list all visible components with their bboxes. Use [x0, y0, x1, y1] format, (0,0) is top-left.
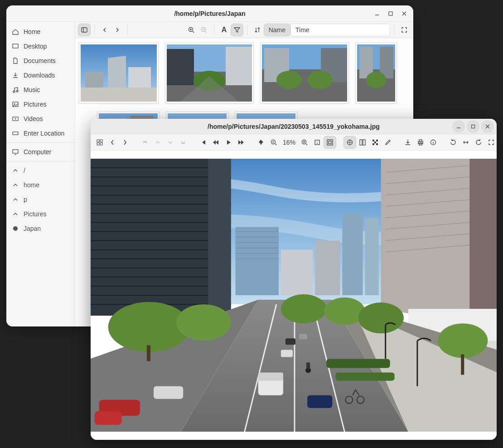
thumbnail[interactable]: [355, 43, 397, 103]
zoom-percentage: 16%: [280, 139, 298, 146]
sidebar-item-pictures[interactable]: Pictures: [6, 97, 75, 112]
svg-rect-91: [342, 213, 363, 295]
text-style-button[interactable]: A: [218, 24, 231, 36]
zoom-in-button[interactable]: [298, 136, 311, 149]
sidebar-item-label: Music: [24, 86, 40, 93]
displayed-image: [91, 159, 497, 432]
last-folder-button[interactable]: [177, 136, 189, 149]
prev-image-button[interactable]: [106, 136, 119, 149]
sidebar-item-videos[interactable]: Videos: [6, 112, 75, 126]
sidebar-item-enter-location[interactable]: Enter Location: [6, 126, 75, 141]
minimize-button[interactable]: [371, 7, 383, 20]
sidebar-item-downloads[interactable]: Downloads: [6, 68, 75, 83]
minimize-button[interactable]: [452, 120, 465, 133]
slideshow-next-button[interactable]: [235, 136, 247, 149]
svg-rect-19: [167, 49, 194, 85]
info-button[interactable]: [427, 136, 440, 149]
breadcrumb-label: Pictures: [24, 210, 47, 218]
documents-icon: [12, 57, 19, 64]
transparency-grid-button[interactable]: [369, 136, 382, 149]
rotate-right-button[interactable]: [472, 136, 485, 149]
sidebar-item-desktop[interactable]: Desktop: [6, 39, 75, 54]
toggle-sidebar-button[interactable]: [78, 24, 91, 36]
sort-direction-button[interactable]: [251, 24, 264, 36]
zoom-in-button[interactable]: [185, 24, 198, 36]
fullscreen-button[interactable]: [398, 24, 411, 36]
svg-rect-89: [281, 250, 313, 295]
svg-rect-8: [13, 150, 18, 153]
sort-by-name-button[interactable]: Name: [264, 24, 290, 36]
svg-rect-121: [95, 411, 122, 425]
edit-button[interactable]: [382, 136, 394, 149]
music-icon: [12, 86, 19, 93]
breadcrumb-current[interactable]: Japan: [6, 221, 75, 236]
sidebar-item-music[interactable]: Music: [6, 83, 75, 97]
thumbnail-view-button[interactable]: [93, 136, 106, 149]
svg-point-28: [307, 71, 333, 89]
svg-rect-54: [372, 140, 374, 141]
close-button[interactable]: [398, 7, 411, 20]
pin-button[interactable]: [255, 136, 267, 149]
svg-rect-9: [82, 28, 87, 32]
breadcrumb-pictures[interactable]: Pictures: [6, 207, 75, 221]
maximize-button[interactable]: [384, 7, 397, 20]
svg-point-2: [13, 91, 15, 93]
svg-rect-114: [147, 345, 150, 361]
up-folder-button[interactable]: [151, 136, 164, 149]
svg-rect-126: [285, 338, 295, 345]
slideshow-play-button[interactable]: [222, 136, 235, 149]
zoom-fit-button[interactable]: [324, 136, 336, 149]
svg-rect-43: [97, 143, 99, 145]
svg-rect-1: [13, 44, 18, 48]
imageviewer-window: /home/p/Pictures/Japan/20230503_145519_y…: [91, 119, 497, 440]
slideshow-prev-button[interactable]: [209, 136, 222, 149]
zoom-out-button[interactable]: [267, 136, 280, 149]
maximize-button[interactable]: [467, 120, 479, 133]
photo-thumbnail: [262, 44, 347, 102]
image-viewport[interactable]: [91, 151, 497, 440]
breadcrumb-label: home: [24, 181, 39, 189]
zoom-actual-button[interactable]: 1: [311, 136, 324, 149]
svg-rect-124: [258, 373, 283, 381]
svg-rect-20: [226, 47, 252, 85]
sidebar-item-home[interactable]: Home: [6, 24, 75, 39]
next-image-button[interactable]: [119, 136, 131, 149]
color-management-button[interactable]: [343, 136, 356, 149]
close-button[interactable]: [481, 120, 494, 133]
downloads-icon: [12, 72, 19, 79]
thumbnail[interactable]: [165, 43, 254, 103]
rotate-left-button[interactable]: [447, 136, 459, 149]
videos-icon: [12, 115, 19, 122]
filter-button[interactable]: [231, 24, 243, 36]
flip-button[interactable]: [459, 136, 472, 149]
filemanager-title: /home/p/Pictures/Japan: [174, 10, 245, 17]
nav-forward-button[interactable]: [111, 24, 124, 36]
nav-back-button[interactable]: [98, 24, 111, 36]
sidebar-item-documents[interactable]: Documents: [6, 54, 75, 68]
chevron-up-icon: [12, 197, 19, 202]
svg-rect-50: [329, 141, 331, 144]
fullscreen-button[interactable]: [485, 136, 497, 149]
thumbnail[interactable]: [79, 43, 159, 103]
home-icon: [12, 28, 19, 35]
print-button[interactable]: [414, 136, 427, 149]
sort-by-time-button[interactable]: Time: [290, 24, 390, 36]
sidebar-item-computer[interactable]: Computer: [6, 145, 75, 159]
down-folder-button[interactable]: [164, 136, 177, 149]
thumbnail[interactable]: [260, 43, 349, 103]
first-folder-button[interactable]: [139, 136, 151, 149]
slideshow-first-button[interactable]: [197, 136, 209, 149]
breadcrumb-root[interactable]: /: [6, 163, 75, 178]
breadcrumb-p[interactable]: p: [6, 192, 75, 207]
sort-label: Time: [295, 26, 310, 34]
zoom-out-button[interactable]: [198, 24, 210, 36]
histogram-button[interactable]: [356, 136, 369, 149]
breadcrumb-home[interactable]: home: [6, 178, 75, 192]
chevron-up-icon: [12, 182, 19, 188]
save-button[interactable]: [401, 136, 414, 149]
svg-rect-13: [81, 88, 157, 102]
svg-rect-136: [335, 373, 394, 381]
sort-label: Name: [269, 26, 285, 34]
svg-rect-130: [306, 362, 310, 369]
breadcrumb-label: /: [24, 167, 25, 174]
